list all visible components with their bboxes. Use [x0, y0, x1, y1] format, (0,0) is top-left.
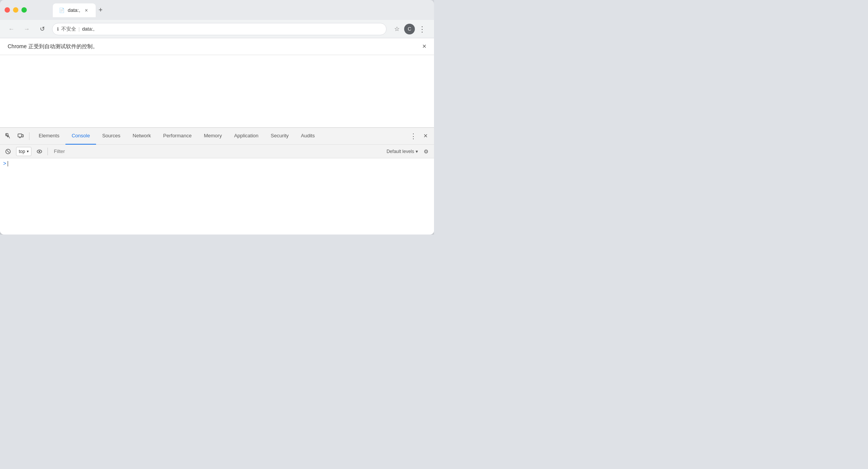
title-bar: 📄 data:, × +: [0, 0, 434, 20]
live-expression-button[interactable]: [34, 147, 44, 156]
address-bar: ← → ↺ ℹ 不安全 | data:, ☆ C ⋮: [0, 20, 434, 38]
new-tab-button[interactable]: +: [96, 3, 106, 17]
log-level-arrow-icon: ▾: [416, 149, 418, 154]
page-content: [0, 55, 434, 127]
address-input[interactable]: ℹ 不安全 | data:,: [52, 23, 387, 35]
devtools-panel: Elements Console Sources Network Perform…: [0, 127, 434, 234]
browser-window: 📄 data:, × + ← → ↺ ℹ 不安全 | data:, ☆ C ⋮ …: [0, 0, 434, 234]
filter-input[interactable]: [51, 148, 383, 154]
svg-rect-1: [18, 134, 22, 137]
console-toolbar: top ▾ Default levels ▾ ⚙: [0, 145, 434, 158]
minimize-traffic-light[interactable]: [13, 7, 18, 13]
maximize-traffic-light[interactable]: [21, 7, 27, 13]
tab-audits[interactable]: Audits: [295, 128, 321, 145]
console-content[interactable]: >: [0, 158, 434, 234]
active-tab[interactable]: 📄 data:, ×: [53, 3, 96, 17]
svg-rect-2: [22, 135, 23, 137]
console-chevron-icon[interactable]: >: [3, 161, 6, 167]
forward-button[interactable]: →: [21, 24, 32, 34]
back-button[interactable]: ←: [6, 24, 17, 34]
log-level-selector[interactable]: Default levels ▾: [387, 149, 418, 154]
tab-memory[interactable]: Memory: [198, 128, 228, 145]
tab-elements[interactable]: Elements: [33, 128, 65, 145]
devtools-toolbar: Elements Console Sources Network Perform…: [0, 128, 434, 145]
console-toolbar-separator: [47, 148, 48, 155]
devtools-separator-1: [29, 132, 29, 140]
tab-performance[interactable]: Performance: [157, 128, 197, 145]
refresh-button[interactable]: ↺: [37, 24, 47, 34]
console-cursor: [8, 161, 8, 166]
traffic-lights: [5, 7, 27, 13]
log-level-label: Default levels: [387, 149, 414, 154]
bookmark-button[interactable]: ☆: [391, 23, 403, 35]
frame-label: top: [19, 149, 25, 154]
menu-button[interactable]: ⋮: [416, 23, 428, 35]
devtools-tabs: Elements Console Sources Network Perform…: [33, 128, 406, 145]
security-text: 不安全: [61, 26, 76, 33]
svg-line-5: [7, 150, 9, 153]
tab-sources[interactable]: Sources: [96, 128, 127, 145]
svg-point-7: [39, 151, 40, 152]
tab-console[interactable]: Console: [65, 128, 96, 145]
profile-button[interactable]: C: [404, 24, 415, 34]
notification-close-button[interactable]: ×: [422, 42, 426, 50]
frame-arrow-icon: ▾: [27, 149, 29, 153]
notification-text: Chrome 正受到自动测试软件的控制。: [8, 43, 422, 50]
device-toolbar-button[interactable]: [15, 131, 26, 142]
tab-title: data:,: [68, 7, 80, 13]
console-settings-button[interactable]: ⚙: [421, 147, 431, 156]
frame-selector[interactable]: top ▾: [16, 147, 31, 156]
devtools-more-button[interactable]: ⋮: [408, 131, 419, 142]
notification-bar: Chrome 正受到自动测试软件的控制。 ×: [0, 38, 434, 55]
tab-security[interactable]: Security: [264, 128, 295, 145]
devtools-right-actions: ⋮ ×: [408, 131, 431, 142]
tab-application[interactable]: Application: [228, 128, 265, 145]
security-icon: ℹ: [57, 26, 59, 32]
tab-icon: 📄: [59, 8, 65, 13]
clear-console-button[interactable]: [3, 147, 13, 156]
console-prompt: >: [3, 160, 431, 168]
close-traffic-light[interactable]: [5, 7, 10, 13]
address-actions: ☆ C ⋮: [391, 23, 428, 35]
url-text: data:,: [82, 26, 95, 32]
tab-network[interactable]: Network: [127, 128, 157, 145]
inspect-element-button[interactable]: [3, 131, 14, 142]
tab-bar: 📄 data:, × +: [30, 3, 429, 17]
devtools-close-button[interactable]: ×: [420, 131, 431, 142]
tab-close-button[interactable]: ×: [83, 7, 90, 13]
address-separator: |: [78, 26, 80, 32]
